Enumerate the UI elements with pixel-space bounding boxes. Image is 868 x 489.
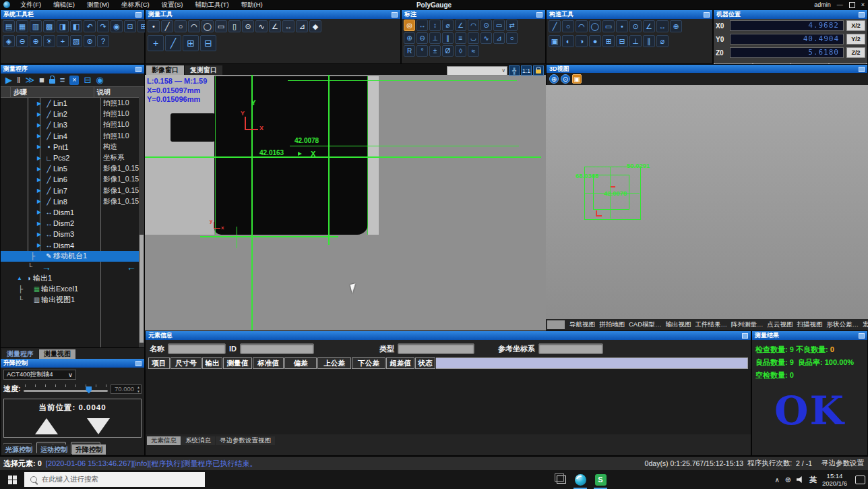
construct-parallel-icon[interactable]: ∥ bbox=[643, 35, 655, 47]
tree-row[interactable]: ▶ ╱ Lin6 影像1_0.15… bbox=[1, 174, 144, 185]
tree-row[interactable]: └ → ← bbox=[1, 262, 144, 272]
pan-tool-icon[interactable]: ◈ bbox=[3, 35, 15, 47]
expander-icon[interactable]: ▶ bbox=[37, 231, 44, 237]
camera-source-dropdown[interactable]: ∨ bbox=[447, 66, 507, 76]
pan-icon[interactable]: ╬ bbox=[509, 65, 520, 76]
tree-row[interactable]: ▶ ╱ Lin7 影像1_0.15… bbox=[1, 185, 144, 196]
float-panel-icon[interactable] bbox=[135, 12, 142, 18]
construct-intersect-icon[interactable]: ⊕ bbox=[670, 20, 682, 32]
line-tool-icon[interactable]: ╱ bbox=[161, 20, 173, 32]
dim-concentric-icon[interactable]: ⊙ bbox=[480, 20, 492, 31]
point-tool-icon[interactable]: • bbox=[148, 20, 160, 32]
refcs-field[interactable] bbox=[538, 343, 603, 354]
taskbar-clock[interactable]: 15:14 2020/1/6 bbox=[822, 472, 847, 487]
dim-swap-icon[interactable]: ⇄ bbox=[506, 20, 518, 31]
task-view-button[interactable] bbox=[553, 470, 570, 489]
expander-icon[interactable]: ▶ bbox=[37, 177, 44, 183]
taskbar-search[interactable]: 在此键入进行搜索 bbox=[24, 472, 205, 487]
pause-icon[interactable]: ‖ bbox=[17, 76, 20, 84]
column-header[interactable]: 输出 bbox=[202, 357, 222, 369]
view-tab[interactable]: 点云视图 bbox=[766, 320, 795, 329]
tree-row[interactable]: ▶ ╱ Lin2 拍照1L0 bbox=[1, 109, 144, 119]
scanline-probe-icon[interactable]: ╱ bbox=[165, 35, 181, 51]
tree-row[interactable]: ▶ ▪ Pnt1 构造 bbox=[1, 142, 144, 152]
view-tab[interactable]: 拼拍地图 bbox=[597, 320, 627, 329]
bottom-dock-tab[interactable]: 元素信息 bbox=[147, 436, 181, 445]
view-tab[interactable]: 阵列测量… bbox=[729, 320, 766, 329]
construct-rect-icon[interactable]: ▭ bbox=[602, 20, 615, 32]
tol-minus-icon[interactable]: ⊖ bbox=[416, 32, 428, 44]
rect-tool-icon[interactable]: ▭ bbox=[215, 20, 227, 32]
float-panel-icon[interactable] bbox=[704, 12, 710, 18]
perpendicularity-icon[interactable]: ⊥ bbox=[429, 32, 441, 44]
expander-icon[interactable]: ▶ bbox=[37, 242, 44, 248]
notification-icon[interactable] bbox=[855, 476, 865, 484]
light-control-icon[interactable]: ☀ bbox=[43, 35, 55, 47]
view-tab[interactable]: 导航视图 bbox=[567, 320, 597, 329]
control-dock-tab[interactable]: 升降控制 bbox=[72, 444, 106, 455]
axis-half-button[interactable]: X/2 bbox=[846, 20, 865, 31]
zoom-1to1-icon[interactable]: 1:1 bbox=[521, 65, 532, 76]
settings-icon[interactable]: ⊛ bbox=[84, 35, 96, 47]
menu-item[interactable]: 辅助工具(T) bbox=[189, 1, 235, 9]
float-panel-icon[interactable] bbox=[859, 12, 865, 18]
dock-tab[interactable]: 测量视图 bbox=[39, 349, 75, 359]
tree-row[interactable]: ├ ▦ 输出Excel1 bbox=[1, 283, 144, 294]
column-header[interactable]: 尺寸号 bbox=[170, 357, 202, 369]
expander-icon[interactable]: ▶ bbox=[37, 166, 44, 172]
camera-view-tab[interactable]: 复测窗口 bbox=[185, 65, 222, 75]
column-header[interactable]: 超差值 bbox=[386, 357, 414, 369]
open-program-icon[interactable]: ▦ bbox=[16, 20, 28, 32]
construct-point-icon[interactable]: • bbox=[616, 20, 628, 32]
float-panel-icon[interactable] bbox=[742, 333, 748, 339]
expander-icon[interactable]: ▶ bbox=[37, 122, 44, 128]
tree-row[interactable]: ▶ ╱ Lin1 拍照1L0 bbox=[1, 98, 144, 109]
tree-scrollbar[interactable] bbox=[139, 96, 144, 348]
symmetry-icon[interactable]: ≡ bbox=[455, 32, 466, 44]
jog-up-button[interactable] bbox=[35, 418, 58, 434]
dim-arc-icon[interactable]: ◠ bbox=[468, 20, 479, 31]
bottom-dock-tab[interactable]: 寻边参数设置视图 bbox=[216, 436, 275, 445]
expander-icon[interactable]: ▶ bbox=[37, 198, 44, 204]
menu-item[interactable]: 帮助(H) bbox=[235, 1, 269, 9]
step-run-icon[interactable]: ≫ bbox=[25, 76, 34, 84]
new-program-icon[interactable]: ▤ bbox=[3, 20, 15, 32]
restore-icon[interactable] bbox=[849, 2, 855, 8]
speed-value-input[interactable]: 70.000▲▼ bbox=[111, 384, 142, 394]
construct-ring-icon[interactable]: ⊙ bbox=[629, 20, 642, 32]
roundness-icon[interactable]: ○ bbox=[506, 32, 518, 44]
zoom-out-tool-icon[interactable]: ⊖ bbox=[16, 35, 28, 47]
tree-row[interactable]: ▶ ╱ Lin5 影像1_0.15… bbox=[1, 163, 144, 174]
construct-merge-icon[interactable]: ⊟ bbox=[616, 35, 628, 47]
network-icon[interactable]: ⊕ bbox=[785, 476, 791, 484]
construct-fill-icon[interactable]: ▣ bbox=[549, 35, 561, 47]
float-panel-icon[interactable] bbox=[859, 67, 865, 72]
construct-line-icon[interactable]: ╱ bbox=[549, 20, 561, 32]
menu-item[interactable]: 测量(M) bbox=[81, 1, 115, 9]
help-icon[interactable]: ? bbox=[97, 35, 109, 47]
float-panel-icon[interactable] bbox=[392, 12, 398, 18]
control-dock-tab[interactable]: 光源控制 bbox=[2, 444, 36, 455]
expander-icon[interactable]: ▲ bbox=[17, 275, 24, 281]
dock-tab[interactable]: 测量程序 bbox=[2, 349, 38, 359]
tray-expand-icon[interactable]: ∧ bbox=[774, 476, 779, 484]
minimize-icon[interactable]: — bbox=[837, 1, 843, 8]
expander-icon[interactable]: ▶ bbox=[37, 188, 44, 194]
construct-grid-icon[interactable]: ⊞ bbox=[602, 35, 615, 47]
dim-horizontal-icon[interactable]: ↔ bbox=[416, 20, 428, 31]
multi-roi-probe-icon[interactable]: ⊟ bbox=[200, 35, 216, 51]
column-header[interactable]: 项目 bbox=[148, 357, 170, 369]
tol-plus-icon[interactable]: ⊕ bbox=[404, 32, 415, 44]
column-header[interactable]: 测量值 bbox=[223, 357, 252, 369]
fit-view-icon[interactable]: ⊙ bbox=[561, 74, 570, 84]
tree-row[interactable]: ▶ ╱ Lin3 拍照1L0 bbox=[1, 119, 144, 130]
view-tab[interactable]: 形状公差… bbox=[825, 320, 861, 329]
s-app-taskbar-button[interactable]: S bbox=[590, 470, 611, 489]
profile-icon[interactable]: ◡ bbox=[468, 32, 479, 44]
construct-circle-icon[interactable]: ○ bbox=[562, 20, 574, 32]
undo-icon[interactable]: ↶ bbox=[84, 20, 96, 32]
diameter-label-icon[interactable]: Ø bbox=[442, 45, 454, 57]
expander-icon[interactable]: ▶ bbox=[37, 111, 44, 117]
slot-tool-icon[interactable]: ▯ bbox=[228, 20, 241, 32]
ellipse-tool-icon[interactable]: ◯ bbox=[202, 20, 214, 32]
